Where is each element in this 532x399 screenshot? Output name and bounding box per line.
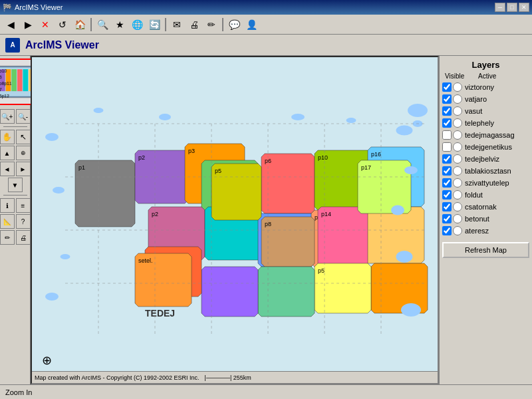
layer-name-label: tablakiosztasn [465, 167, 511, 175]
app-header: A ArcIMS Viewer [0, 35, 532, 56]
layer-visible-checkbox[interactable] [442, 118, 452, 128]
minimize-button[interactable]: ─ [495, 3, 505, 12]
layer-active-radio[interactable] [453, 106, 462, 116]
query-button[interactable]: ? [16, 214, 31, 229]
extent-button[interactable]: ⊕ [16, 146, 31, 160]
layer-active-radio[interactable] [453, 94, 462, 104]
back-button[interactable]: ◀ [3, 17, 19, 33]
layer-visible-checkbox[interactable] [442, 142, 452, 152]
pan-up-button[interactable]: ▲ [0, 146, 15, 160]
zoom-out-button[interactable]: 🔍- [16, 109, 31, 124]
close-button[interactable]: ✕ [519, 3, 529, 12]
layer-visible-checkbox[interactable] [442, 214, 452, 223]
refresh-button[interactable]: ↺ [55, 17, 70, 33]
hand-tool-button[interactable]: ✋ [0, 130, 15, 144]
layer-item: csatornak [442, 201, 529, 213]
print-tool-button[interactable]: 🖨 [16, 230, 31, 245]
refresh-map-button[interactable]: Refresh Map [442, 242, 529, 258]
discuss-button[interactable]: 💬 [226, 17, 242, 33]
title-bar-controls: ─ □ ✕ [495, 3, 529, 12]
layer-visible-checkbox[interactable] [442, 82, 452, 92]
zoom-in-button[interactable]: 🔍+ [0, 109, 15, 124]
layer-item: ateresz [442, 225, 529, 237]
layer-name-label: foldut [465, 191, 483, 199]
layer-name-label: csatornak [465, 203, 497, 211]
web-button[interactable]: 🌐 [129, 17, 145, 33]
layer-visible-checkbox[interactable] [442, 202, 452, 211]
layer-visible-checkbox[interactable] [442, 130, 452, 140]
info-buttons: ℹ ≡ [0, 198, 31, 213]
history-button[interactable]: 🔄 [146, 17, 162, 33]
layer-active-radio[interactable] [453, 154, 462, 164]
draw-button[interactable]: ✏ [0, 230, 15, 245]
layer-visible-checkbox[interactable] [442, 166, 452, 176]
layer-item: tedejbelviz [442, 153, 529, 165]
measure-button[interactable]: 📐 [0, 214, 15, 229]
layer-name-label: viztorony [465, 83, 494, 91]
layer-active-radio[interactable] [453, 190, 462, 200]
layer-item: foldut [442, 189, 529, 201]
layer-item: viztorony [442, 81, 529, 93]
messenger-button[interactable]: 👤 [243, 17, 259, 33]
pan-left-button[interactable]: ◄ [0, 162, 15, 176]
select-tool-button[interactable]: ↖ [16, 130, 31, 144]
layer-active-radio[interactable] [453, 130, 462, 140]
layer-item: vatjaro [442, 93, 529, 105]
sep-1 [3, 126, 27, 127]
status-bar: Zoom In [0, 384, 532, 399]
layers-header: Visible Active [442, 72, 529, 80]
layer-active-radio[interactable] [453, 214, 462, 223]
layer-visible-checkbox[interactable] [442, 178, 452, 188]
layer-active-radio[interactable] [453, 166, 462, 176]
layer-active-radio[interactable] [453, 178, 462, 188]
layer-name-label: szivattyutelep [465, 179, 509, 187]
app-title: ArcIMS Viewer [25, 39, 99, 51]
list-button[interactable]: ≡ [16, 198, 31, 213]
layer-active-radio[interactable] [453, 226, 462, 235]
map-canvas [32, 57, 438, 383]
separator-1 [90, 18, 92, 31]
layer-visible-checkbox[interactable] [442, 226, 452, 235]
arcims-icon: A [5, 38, 20, 53]
layer-active-radio[interactable] [453, 82, 462, 92]
print-button[interactable]: 🖨 [186, 17, 202, 33]
layer-active-radio[interactable] [453, 142, 462, 152]
right-panel: Layers Visible Active viztoronyvatjarova… [439, 56, 532, 384]
layer-item: tedejmagassag [442, 129, 529, 141]
search-button[interactable]: 🔍 [94, 17, 110, 33]
nav-buttons-3: ◄ ► [0, 162, 31, 176]
separator-2 [165, 18, 166, 31]
title-bar-left: 🏁 ArcIMS Viewer [3, 3, 63, 12]
zoom-buttons: 🔍+ 🔍- [0, 109, 31, 124]
layer-name-label: betonut [465, 215, 489, 223]
forward-button[interactable]: ▶ [20, 17, 36, 33]
app-logo-icon: 🏁 [3, 3, 12, 12]
layer-item: tablakiosztasn [442, 165, 529, 177]
layer-visible-checkbox[interactable] [442, 154, 452, 164]
layer-name-label: telephely [465, 119, 494, 127]
favorites-button[interactable]: ★ [112, 17, 128, 33]
visible-header: Visible [445, 72, 478, 80]
separator-3 [222, 18, 223, 31]
edit-button[interactable]: ✏ [203, 17, 219, 33]
info-button[interactable]: ℹ [0, 198, 15, 213]
sep-2 [3, 195, 27, 196]
layer-visible-checkbox[interactable] [442, 94, 452, 104]
layer-name-label: tedejbelviz [465, 155, 499, 163]
mail-button[interactable]: ✉ [169, 17, 185, 33]
active-header: Active [478, 72, 496, 80]
pan-right-button[interactable]: ► [16, 162, 31, 176]
map-status-bar: Map created with ArcIMS - Copyright (C) … [32, 371, 438, 383]
maximize-button[interactable]: □ [507, 3, 517, 12]
browser-toolbar: ◀ ▶ ✕ ↺ 🏠 🔍 ★ 🌐 🔄 ✉ 🖨 ✏ 💬 👤 [0, 15, 532, 35]
stop-button[interactable]: ✕ [37, 17, 53, 33]
pan-down-button[interactable]: ▼ [8, 178, 23, 192]
layer-active-radio[interactable] [453, 202, 462, 211]
layer-visible-checkbox[interactable] [442, 190, 452, 200]
layer-active-radio[interactable] [453, 118, 462, 128]
status-text: Zoom In [5, 388, 32, 396]
home-button[interactable]: 🏠 [72, 17, 88, 33]
map-area[interactable]: ⊕ Map created with ArcIMS - Copyright (C… [31, 56, 439, 384]
layer-item: telephely [442, 117, 529, 129]
layer-visible-checkbox[interactable] [442, 106, 452, 116]
